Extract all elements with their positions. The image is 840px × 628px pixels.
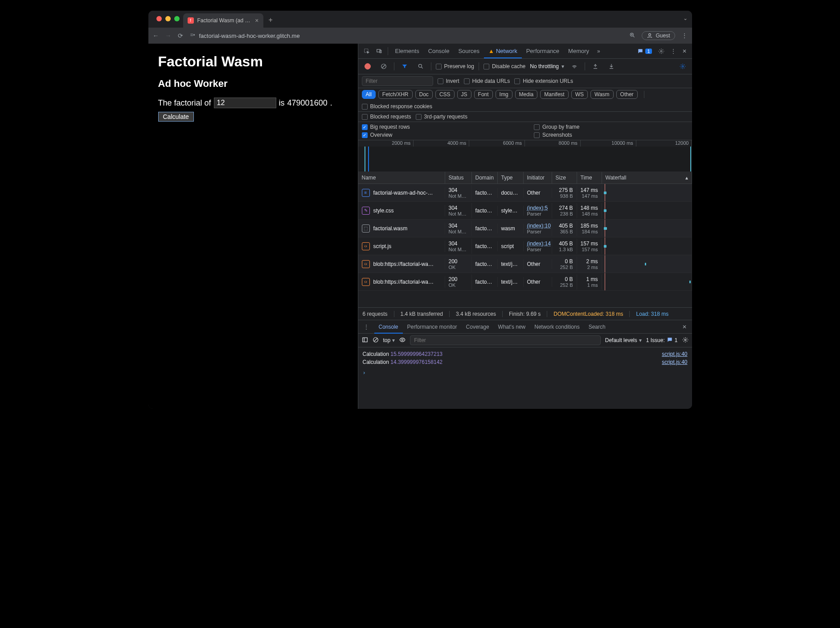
console-prompt[interactable]: › [358,369,692,377]
drawer-tab-network-conditions[interactable]: Network conditions [530,321,584,333]
column-header-name[interactable]: Name [358,172,445,184]
type-chip-wasm[interactable]: Wasm [590,90,614,99]
page-content: Factorial Wasm Ad hoc Worker The factori… [148,44,358,409]
reload-button[interactable]: ⟳ [178,32,183,39]
devtools-tab-network[interactable]: ▲Network [484,45,522,58]
close-tab-icon[interactable]: × [255,17,258,24]
network-filter-input[interactable] [362,76,433,86]
throttling-dropdown[interactable]: No throttling▾ [530,63,564,69]
import-har-icon[interactable] [590,61,601,72]
more-tabs-icon[interactable]: » [594,45,603,57]
live-expression-icon[interactable] [399,337,406,344]
column-header-type[interactable]: Type [498,172,524,184]
column-header-domain[interactable]: Domain [472,172,498,184]
devtools-tab-performance[interactable]: Performance [522,45,564,57]
type-chip-other[interactable]: Other [616,90,638,99]
drawer-tab-performance-monitor[interactable]: Performance monitor [403,321,462,333]
browser-menu-icon[interactable]: ⋮ [681,32,688,39]
browser-tab[interactable]: f Factorial Wasm (ad hoc Work… × [183,13,263,28]
back-button[interactable]: ← [153,32,159,39]
network-settings-icon[interactable] [677,61,688,72]
hide-extension-urls-checkbox[interactable]: Hide extension URLs [514,78,573,84]
table-row[interactable]: ≡factorial-wasm-ad-hoc-…304Not M…factori… [358,184,692,202]
context-dropdown[interactable]: top▾ [383,337,395,343]
drawer-menu-icon[interactable]: ⋮ [361,321,372,333]
close-window-icon[interactable] [156,16,162,21]
third-party-checkbox[interactable]: 3rd-party requests [416,114,467,120]
table-row[interactable]: ‹›blob:https://factorial-wa…200OKfactori… [358,255,692,273]
inspect-icon[interactable] [361,45,373,57]
devtools-tab-sources[interactable]: Sources [454,45,484,57]
overview-checkbox[interactable]: Overview [362,132,516,138]
drawer-tab-what's-new[interactable]: What's new [494,321,530,333]
table-row[interactable]: ✎style.css304Not M…factori…styles…(index… [358,202,692,220]
export-har-icon[interactable] [606,61,617,72]
type-chip-manifest[interactable]: Manifest [540,90,568,99]
issues-link[interactable]: 1 Issue: 1 [646,337,678,344]
big-rows-checkbox[interactable]: Big request rows [362,124,516,130]
invert-checkbox[interactable]: Invert [438,78,459,84]
drawer-tab-coverage[interactable]: Coverage [462,321,494,333]
type-chip-media[interactable]: Media [515,90,538,99]
svg-line-13 [382,65,385,68]
console-filter-input[interactable] [410,335,601,345]
address-bar[interactable]: factorial-wasm-ad-hoc-worker.glitch.me [189,33,623,39]
new-tab-button[interactable]: + [263,11,278,29]
type-chip-js[interactable]: JS [457,90,471,99]
clear-button[interactable] [378,61,389,72]
network-conditions-icon[interactable] [569,61,580,72]
column-header-status[interactable]: Status [445,172,472,184]
filter-icon[interactable] [399,61,410,72]
table-row[interactable]: ‹›script.js304Not M…factori…script(index… [358,237,692,255]
table-row[interactable]: ‹›blob:https://factorial-wa…200OKfactori… [358,273,692,291]
hide-data-urls-checkbox[interactable]: Hide data URLs [464,78,510,84]
network-overview[interactable]: 2000 ms4000 ms6000 ms8000 ms10000 ms1200… [358,140,692,171]
type-chip-css[interactable]: CSS [435,90,455,99]
table-row[interactable]: ⬚factorial.wasm304Not M…factori…wasm(ind… [358,220,692,237]
browser-toolbar: ← → ⟳ factorial-wasm-ad-hoc-worker.glitc… [148,28,692,44]
site-info-icon[interactable] [189,33,196,39]
console-settings-icon[interactable] [682,337,688,344]
svg-point-7 [649,33,651,36]
type-chip-all[interactable]: All [362,90,376,99]
type-chip-fetchxhr[interactable]: Fetch/XHR [378,90,413,99]
drawer-tab-search[interactable]: Search [584,321,610,333]
group-frame-checkbox[interactable]: Group by frame [534,124,688,130]
column-header-waterfall[interactable]: Waterfall▴ [602,172,692,184]
factorial-input[interactable] [214,98,276,108]
type-chip-font[interactable]: Font [474,90,493,99]
tabs-dropdown-icon[interactable]: ⌄ [679,11,692,26]
close-drawer-icon[interactable]: ✕ [680,321,689,333]
devtools-tab-elements[interactable]: Elements [391,45,424,57]
record-button[interactable] [362,61,373,72]
column-header-initiator[interactable]: Initiator [524,172,552,184]
settings-icon[interactable] [656,45,667,57]
devtools-tab-console[interactable]: Console [424,45,454,57]
log-levels-dropdown[interactable]: Default levels▾ [605,337,642,343]
blocked-requests-checkbox[interactable]: Blocked requests [362,114,411,120]
devtools-menu-icon[interactable]: ⋮ [668,45,679,57]
profile-button[interactable]: Guest [642,31,675,40]
forward-button[interactable]: → [165,32,172,39]
drawer-tab-console[interactable]: Console [374,321,403,334]
disable-cache-checkbox[interactable]: Disable cache [484,63,525,69]
issues-button[interactable]: 1 [635,45,654,57]
search-icon[interactable] [415,61,426,72]
console-sidebar-icon[interactable] [362,337,368,344]
blocked-cookies-checkbox[interactable]: Blocked response cookies [362,103,432,110]
type-chip-ws[interactable]: WS [571,90,588,99]
zoom-icon[interactable] [629,32,635,40]
preserve-log-checkbox[interactable]: Preserve log [436,63,474,69]
calculate-button[interactable]: Calculate [158,112,194,122]
minimize-window-icon[interactable] [165,16,171,21]
close-devtools-icon[interactable]: ✕ [680,45,689,57]
column-header-time[interactable]: Time [577,172,602,184]
device-toggle-icon[interactable] [373,45,385,57]
devtools-tab-memory[interactable]: Memory [564,45,594,57]
screenshots-checkbox[interactable]: Screenshots [534,132,688,138]
clear-console-icon[interactable] [373,337,379,344]
type-chip-doc[interactable]: Doc [415,90,433,99]
maximize-window-icon[interactable] [174,16,180,21]
column-header-size[interactable]: Size [552,172,577,184]
type-chip-img[interactable]: Img [496,90,512,99]
